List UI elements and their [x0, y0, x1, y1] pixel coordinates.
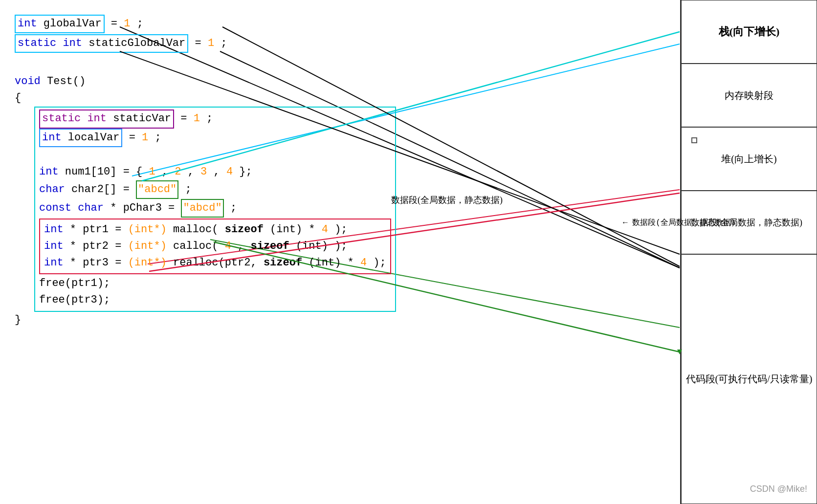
- code-line-blank2: [39, 147, 391, 164]
- mem-mmap-label: 内存映射段: [725, 89, 773, 102]
- code-line-ptr2: int * ptr2 = (int*) calloc( 4 , sizeof (…: [44, 238, 386, 255]
- mem-heap-label: 堆(向上增长): [721, 153, 776, 166]
- mem-data: 数据段(全局数据，静态数据) ← 数据段(全局数据，静态数据): [681, 191, 817, 254]
- mem-code-label: 代码段(可执行代码/只读常量): [686, 373, 813, 386]
- main-container: int globalVar = 1 ; static int staticGlo…: [0, 0, 817, 504]
- code-line-pchar3: const char * pChar3 = "abcd" ;: [39, 199, 391, 218]
- mem-code: 代码段(可执行代码/只读常量): [681, 254, 817, 504]
- code-line-static-var: static int staticVar = 1 ;: [39, 110, 391, 128]
- mem-heap: 堆(向上增长): [681, 127, 817, 191]
- code-line-void: void Test(): [15, 73, 670, 90]
- mem-stack: 栈(向下增长): [681, 0, 817, 64]
- mem-stack-label: 栈(向下增长): [719, 24, 780, 39]
- code-block: int globalVar = 1 ; static int staticGlo…: [15, 15, 670, 329]
- code-line-char2: char char2[] = "abcd" ;: [39, 180, 391, 199]
- code-line-blank: [15, 57, 670, 73]
- code-line-ptr1: int * ptr1 = (int*) malloc( sizeof (int)…: [44, 221, 386, 238]
- code-line-num1: int num1[10] = { 1 , 2 , 3 , 4 };: [39, 164, 391, 180]
- code-line-1: int globalVar = 1 ;: [15, 15, 670, 33]
- mem-mmap: 内存映射段: [681, 64, 817, 127]
- code-line-free3: free(ptr3);: [39, 292, 391, 308]
- code-line-free1: free(ptr1);: [39, 275, 391, 292]
- heap-marker: [691, 137, 697, 143]
- watermark: CSDN @Mike!: [750, 484, 807, 494]
- code-line-local-var: int localVar = 1 ;: [39, 129, 391, 147]
- code-line-open-brace: {: [15, 90, 670, 107]
- code-line-2: static int staticGlobalVar = 1 ;: [15, 34, 670, 53]
- data-segment-arrow-label: ← 数据段(全局数据，静态数据): [623, 218, 735, 228]
- memory-diagram: 栈(向下增长) 内存映射段 堆(向上增长) 数据段(全局数据，静态数据) ← 数…: [680, 0, 817, 504]
- code-line-close-brace: }: [15, 312, 670, 329]
- code-line-ptr3: int * ptr3 = (int*) realloc(ptr2, sizeof…: [44, 255, 386, 271]
- kw-int-1: int: [18, 18, 37, 30]
- code-area: int globalVar = 1 ; static int staticGlo…: [0, 0, 680, 504]
